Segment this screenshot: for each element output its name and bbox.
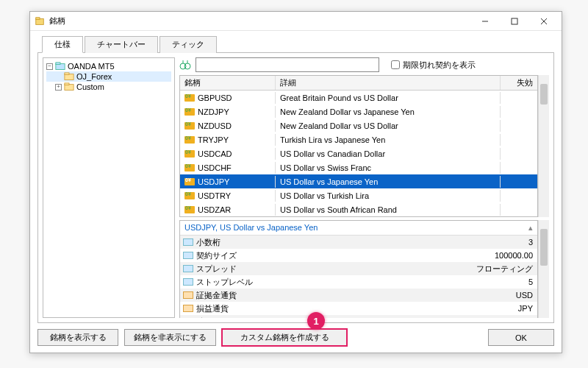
hide-symbol-button[interactable]: 銘柄を非表示にする [124, 329, 216, 346]
close-button[interactable] [529, 13, 559, 30]
spec-field-icon [183, 265, 193, 272]
symbol-invalid [501, 124, 537, 127]
svg-rect-1 [36, 17, 40, 19]
symbol-name: USDCAD [198, 149, 232, 158]
folder-icon [64, 72, 74, 81]
symbol-name: USDCHF [198, 163, 232, 172]
svg-rect-3 [512, 18, 517, 24]
table-row[interactable]: NZDUSDNew Zealand Dollar vs US Dollar [180, 118, 537, 132]
folder-icon [64, 82, 74, 91]
symbol-name: USDJPY [198, 177, 229, 186]
symbol-icon [184, 192, 195, 199]
spec-label: ストップレベル [196, 277, 253, 288]
scrollbar-thumb[interactable] [540, 229, 548, 266]
symbol-desc: US Dollar vs South African Rand [276, 204, 501, 216]
spec-row: スプレッドフローティング [180, 262, 537, 275]
tree-root[interactable]: − OANDA MT5 [46, 61, 171, 71]
symbol-invalid [501, 180, 537, 183]
svg-rect-9 [65, 73, 69, 75]
svg-point-13 [184, 63, 190, 69]
symbol-table[interactable]: 銘柄 詳細 失効 GBPUSDGreat Britain Pound vs US… [179, 75, 538, 217]
spec-value: FX [290, 317, 537, 318]
minimize-button[interactable] [470, 13, 500, 30]
table-row[interactable]: USDCHFUS Dollar vs Swiss Franc [180, 160, 537, 174]
spec-row: ストップレベル5 [180, 275, 537, 289]
symbol-invalid [501, 166, 537, 169]
header-symbol[interactable]: 銘柄 [180, 76, 276, 90]
spec-field-icon [183, 238, 193, 246]
spec-row: 損益通貨JPY [180, 302, 537, 315]
table-row[interactable]: USDJPYUS Dollar vs Japanese Yen [180, 174, 537, 188]
ok-button[interactable]: OK [488, 329, 554, 346]
window-title: 銘柄 [49, 15, 470, 26]
symbol-desc: US Dollar vs Turkish Lira [276, 190, 501, 202]
show-symbol-button[interactable]: 銘柄を表示する [37, 329, 118, 346]
expired-checkbox[interactable]: 期限切れ契約を表示 [391, 60, 476, 71]
table-row[interactable]: USDCADUS Dollar vs Canadian Dollar [180, 146, 537, 160]
scrollbar-thumb[interactable] [540, 84, 548, 105]
expired-checkbox-label: 期限切れ契約を表示 [403, 60, 476, 71]
spec-field-icon [183, 278, 193, 286]
spec-row: 契約サイズ100000.00 [180, 249, 537, 262]
tree-item-ojforex[interactable]: OJ_Forex [46, 71, 171, 82]
table-row[interactable]: NZDJPYNew Zealand Dollar vs Japanese Yen [180, 105, 537, 118]
table-row[interactable]: GBPUSDGreat Britain Pound vs US Dollar [180, 91, 537, 105]
header-desc[interactable]: 詳細 [276, 76, 501, 90]
symbol-desc: New Zealand Dollar vs Japanese Yen [276, 106, 501, 118]
expired-checkbox-input[interactable] [391, 60, 400, 69]
symbol-invalid [501, 110, 537, 113]
spec-row: 証拠金通貨USD [180, 289, 537, 302]
table-scrollbar[interactable] [538, 75, 549, 217]
tree-root-label: OANDA MT5 [68, 62, 115, 71]
table-row[interactable]: TRYJPYTurkish Lira vs Japanese Yen [180, 132, 537, 146]
tab-chartbar[interactable]: チャートバー [85, 36, 158, 53]
spec-title-text: USDJPY, US Dollar vs Japanese Yen [184, 223, 528, 233]
tab-spec[interactable]: 仕様 [42, 36, 83, 53]
symbol-tree[interactable]: − OANDA MT5 OJ_Forex + [43, 57, 175, 318]
symbol-desc: US Dollar vs Japanese Yen [276, 176, 501, 188]
header-invalid[interactable]: 失効 [501, 76, 537, 90]
symbol-invalid [501, 138, 537, 141]
symbol-desc: US Dollar vs Canadian Dollar [276, 148, 501, 160]
spec-title: USDJPY, US Dollar vs Japanese Yen ▴ [180, 221, 537, 236]
table-row[interactable]: USDZARUS Dollar vs South African Rand [180, 202, 537, 216]
symbol-desc: US Dollar vs Swiss Franc [276, 162, 501, 174]
symbol-icon [184, 150, 195, 158]
chevron-up-icon[interactable]: ▴ [528, 223, 533, 233]
symbol-desc: New Zealand Dollar vs US Dollar [276, 120, 501, 132]
symbol-invalid [501, 208, 537, 211]
tree-item-custom[interactable]: + Custom [46, 82, 171, 92]
table-header: 銘柄 詳細 失効 [180, 76, 537, 91]
annotation-badge-1: 1 [307, 312, 325, 330]
symbol-desc: Turkish Lira vs Japanese Yen [276, 134, 501, 146]
symbol-invalid [501, 194, 537, 197]
spec-label: スプレッド [196, 263, 237, 275]
collapse-icon[interactable]: − [46, 63, 53, 70]
spec-value: 5 [290, 277, 537, 286]
symbol-desc: Great Britain Pound vs US Dollar [276, 92, 501, 104]
symbol-icon [184, 206, 195, 213]
search-input[interactable] [196, 57, 379, 72]
symbol-icon [184, 94, 195, 102]
app-icon [35, 16, 45, 26]
spec-label: 契約サイズ [196, 250, 237, 261]
spec-field-icon [183, 252, 193, 259]
svg-rect-11 [65, 83, 69, 85]
table-row[interactable]: USDTRYUS Dollar vs Turkish Lira [180, 188, 537, 202]
symbol-name: GBPUSD [198, 93, 232, 102]
binoculars-icon[interactable] [179, 59, 191, 71]
spec-panel: USDJPY, US Dollar vs Japanese Yen ▴ 小数桁3… [179, 220, 538, 318]
symbol-name: USDTRY [198, 191, 231, 200]
spec-field-icon [183, 291, 193, 299]
spec-row: 小数桁3 [180, 236, 537, 249]
table-body: GBPUSDGreat Britain Pound vs US DollarNZ… [180, 91, 537, 216]
symbol-icon [184, 178, 195, 185]
create-custom-symbol-button[interactable]: カスタム銘柄を作成する [222, 329, 347, 346]
maximize-button[interactable] [500, 13, 529, 30]
spec-body: 小数桁3契約サイズ100000.00スプレッドフローティングストップレベル5証拠… [180, 236, 537, 318]
expand-icon[interactable]: + [55, 84, 62, 91]
spec-scrollbar[interactable] [538, 220, 549, 318]
spec-value: 3 [290, 238, 537, 247]
tab-tick[interactable]: ティック [159, 36, 217, 53]
symbol-icon [184, 164, 195, 171]
